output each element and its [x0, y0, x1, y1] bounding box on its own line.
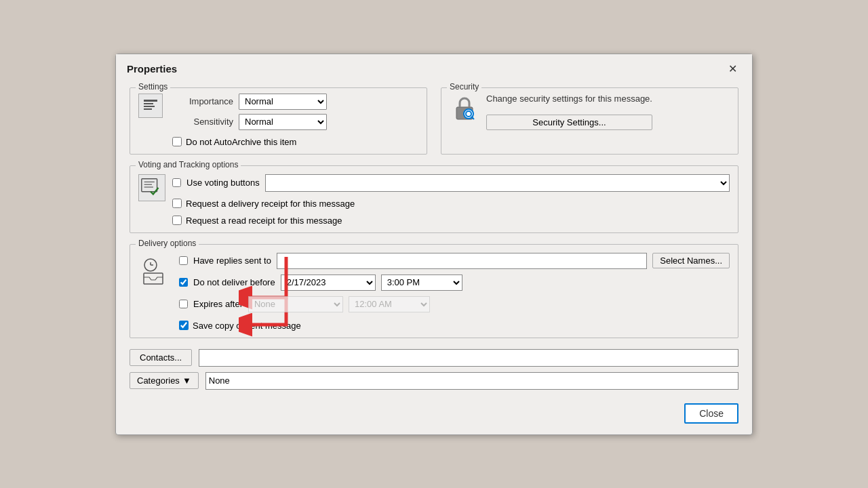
importance-label: Importance	[172, 96, 233, 106]
voting-section-label: Voting and Tracking options	[136, 160, 241, 169]
have-replies-label: Have replies sent to	[193, 256, 271, 266]
voting-content: Use voting buttons Request a delivery re…	[138, 171, 730, 226]
autoarchive-label: Do not AutoArchive this item	[186, 137, 296, 147]
svg-rect-2	[144, 106, 155, 107]
footer-row: Close	[130, 398, 738, 424]
read-receipt-checkbox[interactable]	[172, 216, 182, 225]
delivery-receipt-row: Request a delivery receipt for this mess…	[172, 199, 730, 209]
delivery-receipt-label: Request a delivery receipt for this mess…	[186, 199, 355, 209]
contacts-button[interactable]: Contacts...	[130, 349, 192, 366]
save-copy-row: Save copy of sent message	[179, 321, 730, 331]
delivery-options-list: Have replies sent to Select Names... Do …	[179, 253, 730, 331]
contacts-categories-area: Contacts... Categories ▼	[130, 349, 738, 390]
properties-dialog: Properties ✕ Settings	[115, 54, 753, 435]
settings-icon-svg	[142, 98, 159, 114]
importance-select[interactable]: Normal High Low	[239, 94, 327, 110]
do-not-deliver-label: Do not deliver before	[193, 277, 275, 287]
close-dialog-button[interactable]: Close	[684, 403, 738, 424]
deliver-time-select[interactable]: 3:00 PM	[381, 274, 462, 291]
autoarchive-checkbox[interactable]	[172, 137, 182, 146]
svg-rect-16	[144, 273, 163, 284]
use-voting-checkbox[interactable]	[172, 178, 181, 187]
delivery-section: Delivery options	[130, 244, 738, 338]
title-bar: Properties ✕	[116, 54, 752, 82]
autoarchive-row: Do not AutoArchive this item	[172, 137, 327, 147]
read-receipt-label: Request a read receipt for this message	[186, 216, 342, 226]
read-receipt-row: Request a read receipt for this message	[172, 216, 730, 226]
settings-section-label: Settings	[136, 82, 170, 92]
security-icon-svg	[450, 94, 479, 123]
settings-security-group: Settings Importance	[130, 87, 738, 155]
expires-after-checkbox[interactable]	[179, 300, 188, 308]
deliver-date-select[interactable]: 2/17/2023	[281, 274, 376, 291]
svg-rect-3	[144, 108, 152, 110]
contacts-input[interactable]	[199, 349, 738, 367]
use-voting-label: Use voting buttons	[186, 178, 260, 188]
have-replies-input[interactable]	[277, 253, 647, 269]
settings-section: Settings Importance	[130, 87, 427, 155]
dialog-body: Settings Importance	[116, 82, 752, 434]
do-not-deliver-row: Do not deliver before 2/17/2023 3:00 PM	[179, 274, 730, 291]
sensitivity-row: Sensitivity Normal Personal Private Conf…	[172, 114, 327, 130]
voting-icon	[138, 174, 165, 201]
svg-rect-1	[144, 103, 153, 104]
security-section: Security	[441, 87, 738, 155]
categories-dropdown-icon: ▼	[182, 375, 191, 386]
expires-after-row: Expires after None 12:00 AM	[179, 296, 730, 312]
sensitivity-select[interactable]: Normal Personal Private Confidential	[239, 114, 327, 130]
categories-button[interactable]: Categories ▼	[130, 372, 199, 389]
security-lock-icon	[450, 94, 479, 123]
voting-section: Voting and Tracking options Us	[130, 165, 738, 233]
categories-button-label: Categories	[137, 375, 180, 386]
expires-time-select[interactable]: 12:00 AM	[349, 296, 430, 312]
svg-rect-8	[142, 178, 157, 191]
voting-icon-svg	[139, 174, 165, 201]
categories-row: Categories ▼	[130, 372, 738, 390]
sensitivity-label: Sensitivity	[172, 117, 233, 127]
expires-after-label: Expires after	[193, 299, 243, 309]
svg-rect-0	[144, 100, 157, 102]
delivery-content: Have replies sent to Select Names... Do …	[138, 250, 730, 331]
title-close-button[interactable]: ✕	[724, 61, 741, 77]
settings-icon	[138, 94, 163, 118]
delivery-section-label: Delivery options	[136, 239, 199, 248]
have-replies-checkbox[interactable]	[179, 256, 188, 265]
delivery-icon-svg	[138, 256, 168, 285]
settings-fields: Importance Normal High Low Sensitivity N…	[172, 94, 327, 147]
importance-row: Importance Normal High Low	[172, 94, 327, 110]
select-names-button[interactable]: Select Names...	[652, 253, 730, 268]
do-not-deliver-checkbox[interactable]	[179, 278, 188, 287]
delivery-icon	[138, 256, 172, 287]
have-replies-row: Have replies sent to Select Names...	[179, 253, 730, 269]
security-section-label: Security	[447, 82, 481, 92]
expires-date-select[interactable]: None	[248, 296, 343, 312]
use-voting-row: Use voting buttons	[172, 174, 730, 192]
dialog-title: Properties	[127, 63, 177, 75]
save-copy-label: Save copy of sent message	[193, 321, 301, 331]
security-settings-button[interactable]: Security Settings...	[486, 115, 652, 130]
voting-buttons-select[interactable]	[265, 174, 730, 192]
delivery-receipt-checkbox[interactable]	[172, 199, 182, 208]
categories-input[interactable]	[205, 372, 738, 390]
security-right: Change security settings for this messag…	[486, 94, 652, 130]
security-description: Change security settings for this messag…	[486, 94, 652, 104]
security-content: Change security settings for this messag…	[450, 94, 730, 130]
voting-options: Use voting buttons Request a delivery re…	[172, 174, 730, 226]
save-copy-checkbox[interactable]	[179, 321, 189, 330]
contacts-row: Contacts...	[130, 349, 738, 367]
